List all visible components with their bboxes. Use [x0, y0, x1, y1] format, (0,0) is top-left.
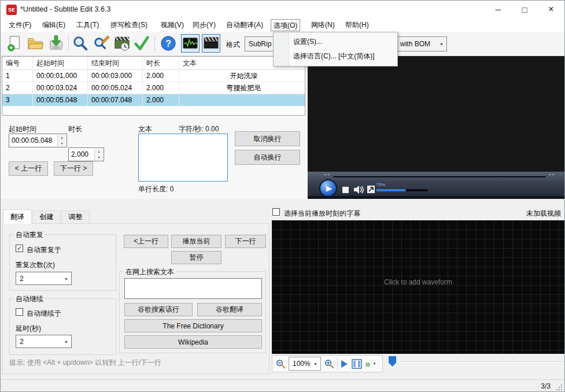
column-header-start[interactable]: 起始时间	[33, 57, 88, 69]
duration-spinner[interactable]: 2.000 ▲ ▼	[68, 147, 104, 161]
table-row[interactable]: 2 00:00:03.024 00:00:05.024 2.000 弯腰捡肥皂	[2, 82, 305, 94]
start-time-spinner[interactable]: 00:00:05.048 ▲ ▼	[9, 134, 67, 147]
menu-edit[interactable]: 编辑(E)	[40, 19, 68, 31]
column-header-duration[interactable]: 时长	[143, 57, 179, 69]
seek-back-icon[interactable]: ◄◄	[323, 172, 330, 176]
search-icon	[72, 35, 89, 52]
cell-end: 00:00:05.024	[88, 82, 143, 94]
menu-options[interactable]: 选项(O)	[271, 19, 300, 31]
repeat-count-value: 2	[20, 275, 24, 283]
play-icon: ▶	[326, 184, 332, 193]
repeat-count-combobox[interactable]: 2 ▼	[16, 272, 72, 285]
status-bar: 3/3	[1, 379, 564, 392]
subtitle-text-input[interactable]	[138, 134, 228, 182]
auto-continue-label: 自动继续于	[27, 309, 61, 319]
fast-forward-icon[interactable]: »	[365, 359, 370, 369]
waveform-play-icon[interactable]	[341, 360, 348, 368]
translate-tab-page: 自动重复 ✓ 自动重复于 重复次数(次) 2 ▼ 自动继续 自动继续于 延时(秒…	[2, 223, 269, 374]
toolbar-separator	[68, 35, 69, 51]
table-row[interactable]: 1 00:00:01.000 00:00:03.000 2.000 开始洗澡	[2, 70, 305, 82]
save-button[interactable]	[47, 34, 65, 53]
zoom-in-icon[interactable]	[324, 359, 334, 369]
video-player[interactable]: ◄◄ ►► ▶ 75%	[308, 56, 565, 199]
spell-check-button[interactable]	[132, 34, 151, 53]
minimize-button[interactable]: ─	[486, 1, 509, 18]
volume-slider[interactable]	[376, 189, 428, 191]
select-current-subtitle-checkbox[interactable]	[272, 208, 280, 216]
autobreak-button[interactable]: 自动换行	[235, 150, 300, 165]
seek-bar[interactable]	[333, 175, 546, 177]
columns-view-icon[interactable]	[352, 359, 362, 369]
google-translate-button[interactable]: 谷歌翻译	[197, 303, 262, 316]
text-label: 文本	[138, 124, 152, 134]
menu-help[interactable]: 帮助(H)	[343, 19, 371, 31]
maximize-button[interactable]: □	[513, 1, 536, 18]
menu-icon-gutter	[274, 32, 289, 66]
zoom-out-icon[interactable]	[276, 359, 286, 369]
spinner-buttons[interactable]: ▲ ▼	[57, 135, 66, 146]
app-window: SE *Untitled - Subtitle Edit 3.6.3 ─ □ ×…	[0, 0, 565, 392]
visual-sync-button[interactable]	[113, 34, 131, 53]
table-row-selected[interactable]: 3 00:00:05.048 00:00:07.048 2.000	[2, 94, 305, 106]
column-header-end[interactable]: 结束时间	[88, 57, 143, 69]
menu-sync[interactable]: 同步(Y)	[190, 19, 218, 31]
play-button[interactable]: ▶	[319, 179, 337, 197]
replace-button[interactable]	[92, 34, 110, 53]
auto-repeat-checkbox[interactable]: ✓	[16, 245, 23, 252]
select-current-subtitle-label: 选择当前播放时刻的字幕	[284, 209, 360, 219]
waveform-position-slider-thumb[interactable]	[389, 356, 396, 367]
menu-item-settings[interactable]: 设置(S)...	[293, 35, 322, 49]
tab-adjust[interactable]: 调整	[61, 210, 90, 224]
seek-forward-icon[interactable]: ►►	[548, 172, 555, 176]
chevron-down-icon: ▼	[64, 276, 68, 280]
open-file-button[interactable]	[26, 34, 45, 53]
menu-tools[interactable]: 工具(T)	[74, 19, 101, 31]
menu-autotranslate[interactable]: 自动翻译(A)	[224, 19, 265, 31]
web-search-input[interactable]	[124, 278, 262, 299]
play-current-button[interactable]: 播放当前	[171, 235, 221, 248]
repeat-count-label: 重复次数(次)	[16, 260, 55, 270]
menu-network[interactable]: 网络(N)	[309, 19, 337, 31]
free-dictionary-button[interactable]: The Free Dictionary	[124, 319, 262, 332]
menu-item-choose-language[interactable]: 选择语言(C)... [中文(简体)]	[293, 49, 375, 63]
unbreak-button[interactable]: 取消换行	[235, 131, 300, 146]
volume-icon[interactable]	[353, 184, 364, 195]
spin-down-icon: ▼	[58, 140, 66, 146]
wikipedia-button[interactable]: Wikipedia	[124, 335, 262, 349]
tab-create[interactable]: 创建	[32, 210, 61, 224]
tab-translate[interactable]: 翻译	[3, 209, 32, 224]
chevron-down-icon: ▼	[313, 362, 317, 366]
waveform-area[interactable]: Click to add waveform	[272, 220, 564, 354]
column-header-number[interactable]: 编号	[2, 57, 33, 69]
resize-grip[interactable]	[556, 384, 563, 391]
previous-line-button[interactable]: < 上一行	[9, 161, 48, 176]
spin-up-icon: ▲	[95, 149, 103, 154]
format-label: 格式	[226, 40, 240, 50]
menu-file[interactable]: 文件(F)	[6, 19, 34, 31]
delay-combobox[interactable]: 2 ▼	[16, 335, 72, 348]
web-search-group-label: 在网上搜索文本	[124, 267, 176, 277]
help-button[interactable]: ?	[159, 34, 178, 53]
menu-video[interactable]: 视频(V)	[158, 19, 186, 31]
auto-continue-checkbox[interactable]	[16, 308, 23, 316]
waveform-position-slider[interactable]	[400, 361, 565, 363]
app-logo-icon: SE	[6, 5, 17, 15]
translate-next-line-button[interactable]: 下一行	[225, 235, 266, 248]
new-file-button[interactable]	[5, 34, 24, 53]
spinner-buttons[interactable]: ▲ ▼	[94, 149, 103, 160]
menu-bar: 文件(F) 编辑(E) 工具(T) 拼写检查(S) 视频(V) 同步(Y) 自动…	[1, 19, 564, 32]
fullscreen-icon[interactable]	[367, 185, 375, 194]
waveform-zoom-combobox[interactable]: 100% ▼	[289, 357, 321, 371]
cell-end: 00:00:07.048	[88, 94, 143, 106]
find-button[interactable]	[71, 34, 90, 53]
pause-button[interactable]: 暂停	[171, 251, 221, 264]
video-toggle-button[interactable]	[202, 34, 220, 53]
menu-spellcheck[interactable]: 拼写检查(S)	[108, 19, 150, 31]
translate-previous-line-button[interactable]: <上一行	[124, 235, 168, 248]
google-search-button[interactable]: 谷歌搜索该行	[124, 303, 193, 316]
next-line-button[interactable]: 下一行 >	[54, 161, 93, 176]
stop-button[interactable]	[342, 187, 349, 193]
caret-down-icon[interactable]: ▼	[372, 362, 376, 365]
close-button[interactable]: ×	[540, 1, 563, 18]
waveform-toggle-button[interactable]	[181, 34, 200, 53]
